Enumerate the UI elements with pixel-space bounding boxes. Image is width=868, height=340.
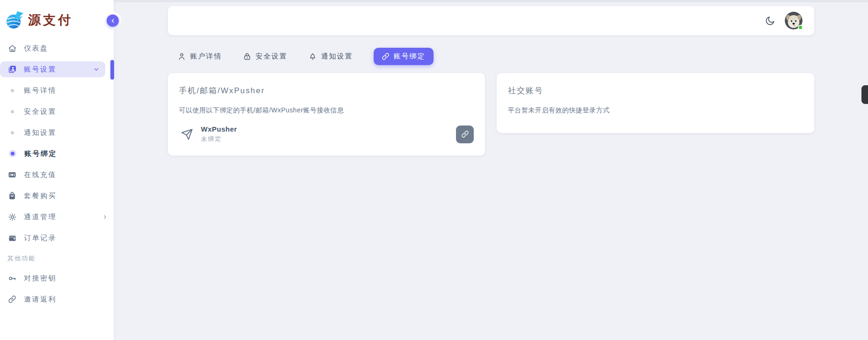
sidebar-item-api-keys[interactable]: 对接密钥 [0, 270, 114, 286]
sidebar-item-label: 通道管理 [24, 213, 57, 222]
sidebar-item-online-recharge[interactable]: 在线充值 [0, 167, 114, 183]
sidebar-item-invite-rebate[interactable]: 邀请返利 [0, 291, 114, 307]
bind-wxpusher-button[interactable] [456, 126, 474, 143]
main-area: 账户详情 安全设置 通知设置 [114, 0, 868, 340]
settings-tabs: 账户详情 安全设置 通知设置 [168, 48, 814, 65]
sidebar-item-label: 对接密钥 [24, 274, 57, 283]
key-icon [7, 273, 17, 283]
sidebar-item-label: 套餐购买 [24, 192, 57, 200]
sidebar-nav: 仪表盘 账号设置 账号详情 安全设置 [0, 40, 114, 307]
chevron-left-icon [110, 18, 116, 24]
theme-toggle-button[interactable] [765, 15, 775, 26]
sidebar-collapse-button[interactable] [107, 15, 119, 27]
sidebar-item-account-details[interactable]: 账号详情 [0, 82, 114, 98]
tab-account-details[interactable]: 账户详情 [177, 52, 222, 61]
sidebar-collapse-halo [104, 12, 122, 30]
card-title: 手机/邮箱/WxPusher [179, 85, 474, 96]
sidebar-item-label: 账号设置 [24, 65, 57, 74]
bullet-dot-icon [11, 110, 14, 113]
tab-account-binding[interactable]: 账号绑定 [374, 48, 434, 65]
tab-label: 账号绑定 [394, 52, 426, 61]
home-icon [7, 44, 17, 53]
sidebar-item-notification-settings[interactable]: 通知设置 [0, 125, 114, 140]
chevron-right-icon [102, 214, 108, 220]
social-accounts-card: 社交账号 平台暂未开启有效的快捷登录方式 [497, 73, 814, 133]
globe-swoosh-icon [5, 9, 26, 31]
binding-name: WxPusher [201, 125, 237, 133]
sidebar-item-label: 在线充值 [24, 170, 57, 179]
sidebar-item-label: 邀请返利 [24, 295, 57, 304]
sidebar-item-label: 账号绑定 [24, 149, 57, 158]
online-status-dot [798, 25, 803, 30]
link-icon [382, 52, 390, 60]
sidebar-item-account-binding[interactable]: 账号绑定 [0, 146, 114, 162]
tab-label: 账户详情 [190, 52, 222, 61]
cards-grid: 手机/邮箱/WxPusher 可以使用以下绑定的手机/邮箱/WxPusher账号… [168, 73, 814, 155]
bullet-dot-icon [11, 152, 14, 155]
link-icon [461, 130, 469, 138]
link-icon [7, 295, 17, 304]
sidebar-item-package-purchase[interactable]: 套餐购买 [0, 188, 114, 204]
binding-card: 手机/邮箱/WxPusher 可以使用以下绑定的手机/邮箱/WxPusher账号… [168, 73, 485, 155]
tab-label: 通知设置 [321, 52, 353, 61]
moon-icon [765, 15, 775, 26]
lock-icon [243, 52, 252, 61]
sidebar-item-account-settings[interactable]: 账号设置 [0, 61, 105, 77]
wxpusher-binding-row: WxPusher 未绑定 [179, 125, 474, 143]
tab-label: 安全设置 [256, 52, 288, 61]
bullet-dot-icon [11, 131, 14, 134]
card-title: 社交账号 [508, 85, 803, 96]
user-card-icon [7, 65, 17, 74]
sidebar-section-label: 其他功能 [0, 254, 114, 263]
logo-text: 源支付 [28, 12, 73, 29]
card-description: 平台暂未开启有效的快捷登录方式 [508, 106, 803, 115]
sidebar-item-label: 通知设置 [24, 128, 57, 137]
shopping-bag-icon [7, 191, 17, 200]
active-nav-indicator [110, 60, 114, 80]
sidebar-item-label: 账号详情 [24, 86, 57, 95]
sidebar-item-order-records[interactable]: 订单记录 [0, 230, 114, 246]
wallet-icon [7, 233, 17, 243]
sidebar-item-dashboard[interactable]: 仪表盘 [0, 40, 114, 56]
tab-notification-settings[interactable]: 通知设置 [308, 52, 353, 61]
person-icon [177, 52, 186, 61]
user-avatar[interactable] [785, 12, 803, 30]
bullet-dot-icon [11, 89, 14, 92]
card-description: 可以使用以下绑定的手机/邮箱/WxPusher账号接收信息 [179, 106, 474, 115]
sidebar-item-channel-management[interactable]: 通道管理 [0, 209, 114, 225]
cash-icon [7, 170, 17, 179]
gear-icon [7, 212, 17, 222]
sidebar: 源支付 仪表盘 账号设置 [0, 0, 114, 340]
sidebar-item-label: 安全设置 [24, 107, 57, 116]
sidebar-item-security-settings[interactable]: 安全设置 [0, 103, 114, 119]
chevron-down-icon [93, 66, 100, 73]
tab-security-settings[interactable]: 安全设置 [243, 52, 288, 61]
sidebar-item-label: 仪表盘 [24, 44, 49, 53]
sidebar-item-label: 订单记录 [24, 234, 57, 243]
settings-drawer-handle[interactable] [861, 85, 868, 104]
top-header-bar [168, 6, 814, 35]
binding-status: 未绑定 [201, 135, 237, 143]
logo[interactable]: 源支付 [0, 0, 114, 40]
binding-info: WxPusher 未绑定 [201, 125, 237, 143]
paper-plane-icon [180, 127, 194, 141]
bell-icon [308, 52, 317, 61]
